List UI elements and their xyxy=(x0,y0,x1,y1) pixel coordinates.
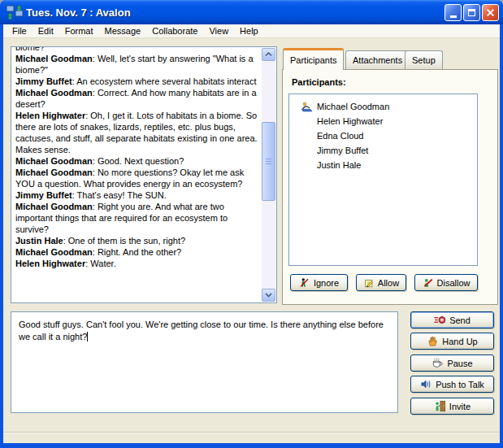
menu-bar: FileEditFormatMessageCollaborateViewHelp xyxy=(3,24,500,38)
disallow-button[interactable]: Disallow xyxy=(414,274,478,291)
chat-message: Helen Highwater: Oh, I get it. Lots of h… xyxy=(15,110,258,155)
participant-name: Michael Goodman xyxy=(317,102,389,111)
pause-button[interactable]: Pause xyxy=(410,354,494,372)
window-body: FileEditFormatMessageCollaborateViewHelp… xyxy=(3,24,500,443)
ignore-label: Ignore xyxy=(314,278,339,288)
chat-message: : biome? xyxy=(15,47,258,53)
menu-item[interactable]: Help xyxy=(234,25,264,37)
close-button[interactable] xyxy=(482,4,499,21)
close-icon xyxy=(486,8,495,17)
chat-message: Justin Hale: One of them is the sun, rig… xyxy=(15,235,258,246)
transcript-text: : biome?Michael Goodman: Well, let's sta… xyxy=(15,47,258,302)
window-title: Tues. Nov. 7 : Avalon xyxy=(26,7,443,19)
disallow-icon xyxy=(423,277,434,289)
participant-row[interactable]: Helen Highwater xyxy=(300,114,477,128)
hand-up-label: Hand Up xyxy=(442,337,477,346)
participant-name: Justin Hale xyxy=(317,160,361,170)
app-icon xyxy=(6,5,24,20)
menu-item[interactable]: File xyxy=(7,25,33,37)
chat-message: Michael Goodman: Correct. And how many h… xyxy=(15,87,258,110)
menu-item[interactable]: Format xyxy=(59,25,99,37)
allow-icon xyxy=(363,277,375,289)
tab-setup[interactable]: Setup xyxy=(405,50,443,69)
push-to-talk-icon xyxy=(420,378,432,390)
main-content: : biome?Michael Goodman: Well, let's sta… xyxy=(3,38,500,432)
tab-participants[interactable]: Participants xyxy=(283,48,344,70)
maximize-button[interactable] xyxy=(463,4,480,21)
invite-icon xyxy=(434,400,446,412)
status-bar xyxy=(3,432,500,443)
invite-button[interactable]: Invite xyxy=(410,398,494,415)
ignore-button[interactable]: Ignore xyxy=(290,274,348,291)
participants-header: Participants: xyxy=(292,77,346,87)
chat-message: Helen Highwater: Water. xyxy=(15,258,258,269)
participant-name: Jimmy Buffet xyxy=(317,146,368,155)
maximize-icon xyxy=(468,9,475,16)
scrollbar-grip xyxy=(266,161,271,162)
tab-label: Attachments xyxy=(353,55,402,65)
participant-name: Helen Highwater xyxy=(317,116,383,126)
push-to-talk-button[interactable]: Push to Talk xyxy=(410,376,494,393)
message-input[interactable]: Good stuff guys. Can't fool you. We're g… xyxy=(11,311,398,413)
scroll-down-button[interactable] xyxy=(262,289,275,302)
title-bar[interactable]: Tues. Nov. 7 : Avalon xyxy=(0,0,503,24)
pause-label: Pause xyxy=(447,359,472,368)
send-icon xyxy=(434,314,446,326)
chat-message: Michael Goodman: No more questions? Okay… xyxy=(15,167,258,189)
participant-row[interactable]: Jimmy Buffet xyxy=(300,143,477,158)
tab-label: Setup xyxy=(412,55,436,65)
tab-attachments[interactable]: Attachments xyxy=(345,50,410,69)
chat-message: Michael Goodman: Well, let's start by an… xyxy=(15,53,258,76)
hand-up-button[interactable]: Hand Up xyxy=(410,333,494,350)
app-window: Tues. Nov. 7 : Avalon FileEditFormatMess… xyxy=(0,0,503,448)
chat-transcript[interactable]: : biome?Michael Goodman: Well, let's sta… xyxy=(11,46,277,303)
minimize-icon xyxy=(450,15,457,18)
chat-message: Jimmy Buffet: An ecosystem where several… xyxy=(15,76,258,87)
minimize-button[interactable] xyxy=(444,4,462,21)
participant-row[interactable]: Justin Hale xyxy=(300,158,477,172)
invite-label: Invite xyxy=(449,402,470,411)
participant-name: Edna Cloud xyxy=(317,131,364,141)
menu-item[interactable]: Collaborate xyxy=(146,25,203,37)
participants-list[interactable]: Michael Goodman Helen Highwater xyxy=(288,94,478,266)
allow-label: Allow xyxy=(378,278,399,288)
participant-row[interactable]: Michael Goodman xyxy=(300,99,477,114)
tab-label: Participants xyxy=(290,55,336,65)
participant-row[interactable]: Edna Cloud xyxy=(300,128,477,143)
send-button[interactable]: Send xyxy=(410,311,494,328)
menu-item[interactable]: Edit xyxy=(33,25,59,37)
push-to-talk-label: Push to Talk xyxy=(436,380,484,389)
scrollbar-thumb[interactable] xyxy=(262,122,275,201)
scroll-up-button[interactable] xyxy=(262,48,275,61)
disallow-label: Disallow xyxy=(437,278,470,288)
menu-item[interactable]: View xyxy=(203,25,234,37)
send-label: Send xyxy=(449,315,470,325)
chat-message: Michael Goodman: Good. Next question? xyxy=(15,155,258,167)
allow-button[interactable]: Allow xyxy=(356,274,406,291)
chat-message: Jimmy Buffet: That's easy! The SUN. xyxy=(15,189,258,201)
hand-up-icon xyxy=(427,335,439,347)
pause-icon xyxy=(431,357,444,369)
chevron-down-icon xyxy=(265,293,272,298)
chat-message: Michael Goodman: Right. And the other? xyxy=(15,246,258,258)
menu-item[interactable]: Message xyxy=(99,25,147,37)
chevron-up-icon xyxy=(265,52,272,57)
speaking-indicator-icon xyxy=(300,102,314,112)
text-caret xyxy=(87,332,88,341)
message-input-text: Good stuff guys. Can't fool you. We're g… xyxy=(19,320,384,341)
transcript-scrollbar[interactable] xyxy=(262,48,275,302)
chat-message: Michael Goodman: Right you are. And what… xyxy=(15,201,258,235)
ignore-icon xyxy=(299,277,310,289)
